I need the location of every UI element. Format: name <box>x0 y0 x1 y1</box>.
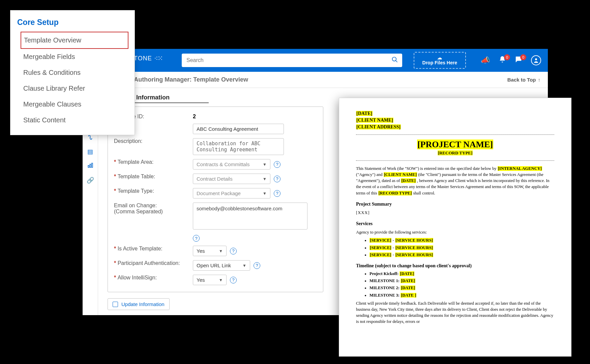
template-type-label: Template Type: <box>114 188 188 194</box>
caret-down-icon: ▼ <box>263 177 267 181</box>
message-badge: 0 <box>520 54 526 60</box>
doc-summary-heading: Project Summary <box>356 201 554 208</box>
doc-record-type-ph: [RECORD TYPE] <box>438 150 473 155</box>
help-icon[interactable]: ? <box>230 248 237 254</box>
active-template-label: Is Active Template: <box>114 246 188 252</box>
caret-down-icon: ▼ <box>263 191 267 196</box>
message-icon[interactable]: 0 <box>515 56 522 65</box>
search-bar[interactable] <box>182 54 402 67</box>
template-type-value: Document Package <box>197 190 241 196</box>
doc-services-lead: Agency to provide the following services… <box>356 229 554 235</box>
back-to-top-label: Back to Top <box>507 77 536 83</box>
brand-dots-icon: ⁖⁙ <box>154 55 163 62</box>
svg-point-2 <box>535 58 537 60</box>
template-area-select[interactable]: Contracts & Committals ▼ <box>193 159 270 170</box>
template-table-select[interactable]: Contract Details ▼ <box>193 174 270 184</box>
document-preview: [DATE] [CLIENT NAME] [CLIENT ADDRESS] [P… <box>339 98 571 357</box>
template-area-label: Template Area: <box>114 159 188 165</box>
core-item-mergeable-clauses[interactable]: Mergeable Clauses <box>21 96 128 112</box>
caret-down-icon: ▼ <box>242 263 246 268</box>
core-setup-panel: Core Setup Template Overview Mergeable F… <box>10 10 135 135</box>
svg-line-1 <box>395 60 397 62</box>
caret-down-icon: ▼ <box>219 249 223 253</box>
description-input[interactable] <box>193 138 284 155</box>
tiles-icon[interactable]: ▤ <box>83 148 98 155</box>
email-change-input[interactable]: somebody@cobblestonesoftware.com <box>193 203 307 230</box>
svg-rect-4 <box>90 164 91 168</box>
core-item-clause-library[interactable]: Clause Library Refer <box>21 81 128 96</box>
help-icon[interactable]: ? <box>230 277 237 283</box>
title-input[interactable] <box>193 124 284 134</box>
allow-intellisign-select[interactable]: Yes ▼ <box>193 275 227 285</box>
participant-auth-value: Open URL Link <box>197 263 231 268</box>
user-avatar-icon[interactable] <box>531 55 541 65</box>
template-table-label: Template Table: <box>114 174 188 180</box>
update-information-button[interactable]: Update Information <box>108 298 170 310</box>
doc-services-heading: Services <box>356 220 554 227</box>
update-information-label: Update Information <box>121 301 165 307</box>
help-icon[interactable]: ? <box>254 262 260 269</box>
template-area-value: Contracts & Committals <box>197 161 250 167</box>
participant-auth-label: Participant Authentication: <box>114 260 188 266</box>
doc-project-name-ph: [PROJECT NAME] <box>417 140 493 149</box>
doc-timeline-heading: Timeline (subject to change based upon c… <box>356 263 554 269</box>
doc-divider <box>356 160 554 161</box>
doc-body: This Statement of Work (the "SOW") is en… <box>356 165 554 325</box>
doc-client-address-ph: [CLIENT ADDRESS] <box>356 124 401 129</box>
active-template-select[interactable]: Yes ▼ <box>193 246 227 256</box>
doc-timeline-list: Project Kickoff: [DATE] MILESTONE 1: [DA… <box>370 271 554 298</box>
active-template-value: Yes <box>197 248 205 254</box>
core-setup-title: Core Setup <box>10 10 135 32</box>
doc-client-name-ph: [CLIENT NAME] <box>356 118 393 123</box>
help-icon[interactable]: ? <box>193 235 200 242</box>
breadcrumb-row: Document Authoring Manager: Template Ove… <box>83 72 548 88</box>
doc-summary-body: [XXX] <box>356 210 554 216</box>
doc-services-list: [SERVICE] - [SERVICE HOURS] [SERVICE] - … <box>370 237 554 257</box>
core-item-template-overview[interactable]: Template Overview <box>21 32 128 49</box>
megaphone-icon[interactable]: 📣 <box>481 56 490 65</box>
chart-icon[interactable] <box>83 162 98 170</box>
doc-divider <box>356 134 554 135</box>
upload-icon: ☁ <box>437 55 442 60</box>
svg-rect-3 <box>88 165 89 168</box>
drop-files-label: Drop Files Here <box>422 60 457 65</box>
template-type-select[interactable]: Document Package ▼ <box>193 188 270 199</box>
svg-point-0 <box>392 57 396 61</box>
participant-auth-select[interactable]: Open URL Link ▼ <box>193 260 250 271</box>
help-icon[interactable]: ? <box>274 190 281 197</box>
description-label: Description: <box>114 138 188 144</box>
core-item-mergeable-fields[interactable]: Mergeable Fields <box>21 49 128 65</box>
arrow-up-icon: ↑ <box>538 77 541 83</box>
link-icon[interactable]: 🔗 <box>83 177 98 184</box>
topbar-icons: 📣 0 0 <box>481 55 541 65</box>
caret-down-icon: ▼ <box>263 162 267 167</box>
bell-icon[interactable]: 0 <box>499 56 506 65</box>
core-setup-list: Template Overview Mergeable Fields Rules… <box>10 32 135 131</box>
topbar: COBBLESTONE ⁖⁙ software ☁ Drop Files Her… <box>83 49 548 72</box>
template-table-value: Contract Details <box>197 176 233 182</box>
bell-badge: 0 <box>504 54 510 60</box>
back-to-top-link[interactable]: Back to Top ↑ <box>507 77 540 83</box>
template-id-value: 2 <box>193 114 196 120</box>
svg-rect-5 <box>91 163 92 168</box>
allow-intellisign-value: Yes <box>197 277 205 283</box>
help-icon[interactable]: ? <box>274 161 281 168</box>
caret-down-icon: ▼ <box>219 278 223 282</box>
overview-form: Template ID: 2 Title: Description: <box>108 107 323 292</box>
help-icon[interactable]: ? <box>274 176 281 182</box>
search-icon[interactable] <box>391 56 398 65</box>
email-change-label: Email on Change: (Comma Separated) <box>114 203 188 215</box>
allow-intellisign-label: Allow IntelliSign: <box>114 275 188 281</box>
drop-files-zone[interactable]: ☁ Drop Files Here <box>414 52 466 69</box>
doc-closing-paragraph: Client will provide timely feedback. Eac… <box>356 300 554 325</box>
save-icon <box>113 302 118 307</box>
core-item-static-content[interactable]: Static Content <box>21 112 128 128</box>
doc-date-ph: [DATE] <box>356 111 373 116</box>
search-input[interactable] <box>186 57 391 64</box>
core-item-rules-conditions[interactable]: Rules & Conditions <box>21 65 128 81</box>
